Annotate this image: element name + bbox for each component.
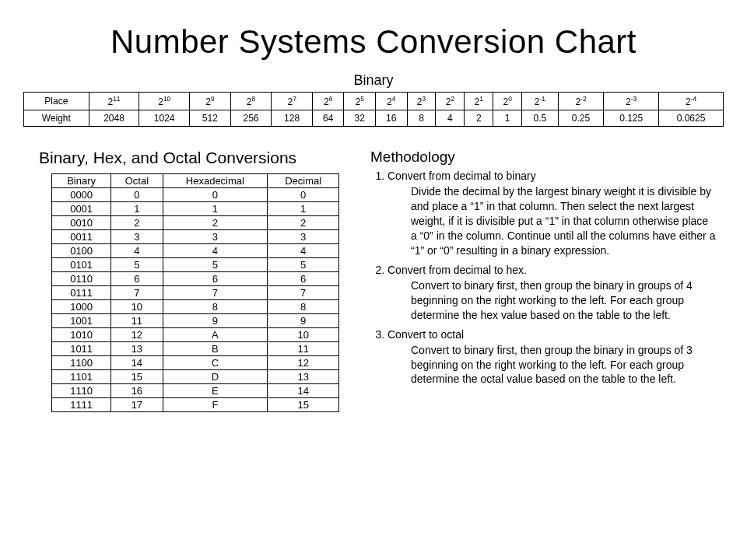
place-row-label: Place bbox=[24, 93, 89, 110]
methodology-body: Convert to binary first, then group the … bbox=[411, 343, 716, 387]
table-cell: 1101 bbox=[52, 370, 111, 384]
binary-section-label: Binary bbox=[23, 72, 724, 89]
weight-cell: 0.25 bbox=[558, 110, 604, 127]
place-weight-table: Place 211 210 29 28 27 26 25 24 23 22 21… bbox=[23, 92, 724, 127]
weight-cell: 2 bbox=[465, 110, 493, 127]
methodology-body: Convert to binary first, then group the … bbox=[411, 278, 716, 323]
weight-cell: 256 bbox=[230, 110, 272, 127]
place-cell: 2-3 bbox=[604, 93, 659, 110]
table-row: 10011199 bbox=[52, 314, 339, 328]
table-row: 111117F15 bbox=[52, 398, 339, 412]
table-cell: 7 bbox=[268, 286, 339, 300]
table-row: 0110666 bbox=[52, 272, 339, 286]
methodology-heading: Convert from decimal to hex. bbox=[388, 264, 527, 276]
table-cell: 8 bbox=[268, 300, 339, 314]
table-cell: B bbox=[163, 342, 268, 356]
table-row: Place 211 210 29 28 27 26 25 24 23 22 21… bbox=[24, 93, 724, 110]
table-cell: 0001 bbox=[52, 202, 111, 216]
conversion-table-title: Binary, Hex, and Octal Conversions bbox=[39, 149, 339, 167]
table-cell: 3 bbox=[163, 230, 268, 244]
table-row: 0011333 bbox=[52, 230, 339, 244]
place-cell: 21 bbox=[465, 93, 493, 110]
weight-cell: 64 bbox=[312, 110, 344, 127]
table-cell: 5 bbox=[163, 258, 268, 272]
list-item: Convert to octal Convert to binary first… bbox=[388, 327, 716, 387]
table-cell: 2 bbox=[111, 216, 163, 230]
methodology-heading: Convert from decimal to binary bbox=[388, 170, 536, 182]
table-cell: 1 bbox=[163, 202, 268, 216]
table-cell: 0 bbox=[268, 188, 339, 202]
weight-cell: 1024 bbox=[139, 110, 190, 127]
table-cell: 0010 bbox=[52, 216, 111, 230]
table-cell: 0100 bbox=[52, 244, 111, 258]
place-cell: 210 bbox=[139, 93, 190, 110]
table-cell: 8 bbox=[163, 300, 268, 314]
col-header-hex: Hexadecimal bbox=[163, 174, 268, 188]
table-cell: 16 bbox=[111, 384, 163, 398]
methodology-list: Convert from decimal to binary Divide th… bbox=[370, 169, 716, 387]
table-cell: 0110 bbox=[52, 272, 111, 286]
table-cell: 7 bbox=[163, 286, 268, 300]
table-cell: 15 bbox=[268, 398, 339, 412]
weight-row-label: Weight bbox=[24, 110, 89, 127]
place-cell: 28 bbox=[230, 93, 272, 110]
methodology-heading: Convert to octal bbox=[388, 328, 464, 341]
table-cell: 10 bbox=[268, 328, 339, 342]
table-cell: 14 bbox=[268, 384, 339, 398]
table-cell: 1110 bbox=[52, 384, 111, 398]
place-cell: 27 bbox=[272, 93, 313, 110]
table-cell: 0 bbox=[111, 188, 163, 202]
table-row: 0001111 bbox=[52, 202, 339, 216]
table-row: 111016E14 bbox=[52, 384, 339, 398]
place-cell: 29 bbox=[190, 93, 231, 110]
page-title: Number Systems Conversion Chart bbox=[23, 23, 724, 61]
table-row: 110115D13 bbox=[52, 370, 339, 384]
table-cell: 5 bbox=[111, 258, 163, 272]
table-cell: A bbox=[163, 328, 268, 342]
table-cell: 0111 bbox=[52, 286, 111, 300]
table-cell: 4 bbox=[111, 244, 163, 258]
weight-cell: 4 bbox=[436, 110, 465, 127]
table-cell: 0000 bbox=[52, 188, 111, 202]
table-cell: F bbox=[163, 398, 268, 412]
col-header-binary: Binary bbox=[52, 174, 111, 188]
table-cell: C bbox=[163, 356, 268, 370]
conversion-table: Binary Octal Hexadecimal Decimal 0000000… bbox=[51, 173, 339, 412]
table-cell: 4 bbox=[163, 244, 268, 258]
weight-cell: 512 bbox=[190, 110, 231, 127]
table-cell: 9 bbox=[163, 314, 268, 328]
table-row: 0101555 bbox=[52, 258, 339, 272]
table-cell: D bbox=[163, 370, 268, 384]
place-cell: 211 bbox=[89, 93, 139, 110]
table-row: Weight 2048 1024 512 256 128 64 32 16 8 … bbox=[24, 110, 724, 127]
table-cell: 0101 bbox=[52, 258, 111, 272]
table-cell: 12 bbox=[268, 356, 339, 370]
table-cell: 1100 bbox=[52, 356, 111, 370]
list-item: Convert from decimal to binary Divide th… bbox=[388, 169, 716, 258]
weight-cell: 0.0625 bbox=[659, 110, 724, 127]
weight-cell: 0.5 bbox=[522, 110, 559, 127]
table-cell: 1011 bbox=[52, 342, 111, 356]
table-cell: 6 bbox=[163, 272, 268, 286]
weight-cell: 128 bbox=[272, 110, 313, 127]
weight-cell: 2048 bbox=[89, 110, 139, 127]
place-cell: 25 bbox=[344, 93, 376, 110]
table-cell: 1 bbox=[268, 202, 339, 216]
table-cell: 1 bbox=[111, 202, 163, 216]
place-cell: 2-1 bbox=[522, 93, 559, 110]
list-item: Convert from decimal to hex. Convert to … bbox=[388, 263, 716, 323]
table-cell: 6 bbox=[268, 272, 339, 286]
table-cell: 15 bbox=[111, 370, 163, 384]
table-row: 0111777 bbox=[52, 286, 339, 300]
weight-cell: 32 bbox=[344, 110, 376, 127]
table-cell: 11 bbox=[268, 342, 339, 356]
table-row: 0000000 bbox=[52, 188, 339, 202]
place-cell: 22 bbox=[436, 93, 465, 110]
table-header-row: Binary Octal Hexadecimal Decimal bbox=[52, 174, 339, 188]
table-cell: 0011 bbox=[52, 230, 111, 244]
col-header-decimal: Decimal bbox=[268, 174, 339, 188]
table-cell: 3 bbox=[268, 230, 339, 244]
methodology-body: Divide the decimal by the largest binary… bbox=[411, 184, 716, 257]
table-row: 10001088 bbox=[52, 300, 339, 314]
table-cell: 11 bbox=[111, 314, 163, 328]
